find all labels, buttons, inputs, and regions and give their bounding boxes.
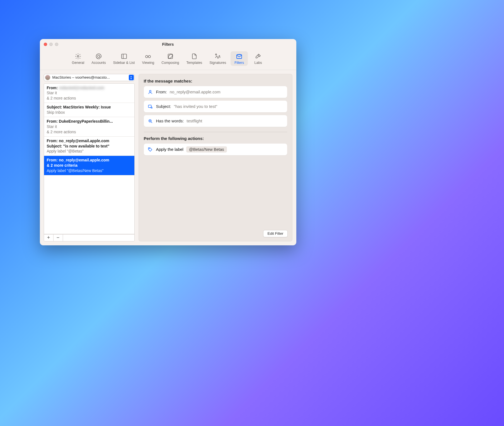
tab-labs[interactable]: Labs [249, 51, 267, 66]
edit-filter-button[interactable]: Edit Filter [263, 230, 287, 237]
window-title: Filters [40, 42, 296, 47]
person-icon [148, 89, 153, 95]
document-icon [191, 53, 198, 60]
tab-viewing[interactable]: Viewing [139, 51, 157, 66]
criteria-has-words: Has the words: testflight [144, 115, 287, 127]
svg-point-5 [148, 55, 151, 58]
tab-composing[interactable]: Composing [159, 51, 182, 66]
search-icon [148, 118, 153, 124]
filter-row[interactable]: Subject: MacStories Weekly: Issue Skip I… [44, 103, 134, 117]
filter-row[interactable]: From: no_reply@email.apple.com Subject: … [44, 137, 134, 156]
compose-icon [167, 53, 174, 60]
svg-point-8 [149, 90, 151, 92]
criteria-subject: Subject: "has invited you to test" [144, 101, 287, 112]
action-apply-label: Apply the label @Betas/New Betas [144, 144, 287, 155]
content-area: MacStories – voorhees@macsto... From: re… [40, 70, 296, 245]
tab-sidebar-list[interactable]: Sidebar & List [110, 51, 138, 66]
matches-section-title: If the message matches: [144, 79, 287, 83]
criteria-from: From: no_reply@email.apple.com [144, 86, 287, 98]
svg-rect-2 [122, 54, 127, 59]
filter-row[interactable]: From: DukeEnergyPaperlessBillin... Star … [44, 117, 134, 137]
filters-icon [236, 53, 243, 60]
preferences-toolbar: General Accounts Sidebar & List Viewing … [40, 50, 296, 70]
tag-icon [148, 147, 153, 152]
section-divider [144, 132, 287, 132]
add-filter-button[interactable]: + [44, 234, 54, 241]
filter-row[interactable]: From: redacted@redacted.com Star it & 2 … [44, 84, 134, 103]
list-footer: + − [44, 234, 135, 241]
filters-sidebar: MacStories – voorhees@macsto... From: re… [44, 74, 135, 241]
gear-icon [74, 53, 82, 60]
glasses-icon [144, 53, 152, 60]
tab-filters[interactable]: Filters [231, 51, 248, 66]
svg-point-12 [149, 148, 149, 149]
tab-general[interactable]: General [69, 51, 87, 66]
filter-row-selected[interactable]: From: no_reply@email.apple.com & 2 more … [44, 156, 134, 175]
sidebar-icon [120, 53, 128, 60]
preferences-window: Filters General Accounts Sidebar & List … [40, 39, 296, 245]
tab-templates[interactable]: Templates [183, 51, 205, 66]
hammer-icon [255, 53, 262, 60]
signature-icon [214, 53, 221, 60]
svg-point-0 [77, 55, 79, 57]
updown-icon [129, 75, 134, 80]
filter-detail-panel: If the message matches: From: no_reply@e… [139, 74, 292, 241]
subject-icon [148, 104, 153, 109]
at-icon [95, 53, 102, 60]
filter-rows: From: redacted@redacted.com Star it & 2 … [44, 84, 134, 234]
filter-list: From: redacted@redacted.com Star it & 2 … [44, 83, 135, 234]
avatar [45, 75, 50, 80]
account-picker[interactable]: MacStories – voorhees@macsto... [44, 74, 135, 81]
tab-accounts[interactable]: Accounts [89, 51, 108, 66]
account-picker-label: MacStories – voorhees@macsto... [52, 75, 127, 79]
titlebar: Filters [40, 39, 296, 50]
remove-filter-button[interactable]: − [54, 234, 63, 241]
tab-signatures[interactable]: Signatures [207, 51, 229, 66]
svg-point-4 [146, 55, 148, 58]
svg-point-1 [98, 55, 100, 57]
actions-section-title: Perform the following actions: [144, 136, 287, 141]
label-chip: @Betas/New Betas [186, 146, 227, 153]
